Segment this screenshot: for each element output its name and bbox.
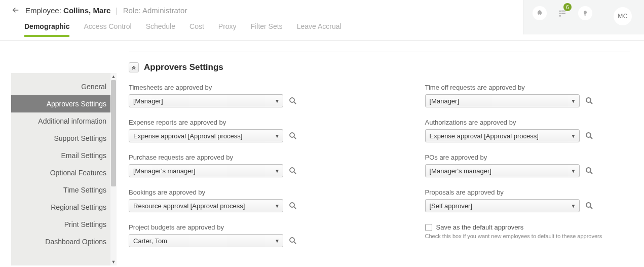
tab-demographic[interactable]: Demographic xyxy=(24,22,69,36)
chevron-down-icon: ▼ xyxy=(571,168,576,174)
authorizations-select[interactable]: Expense approval [Approval process] ▼ xyxy=(425,129,580,142)
chevron-down-icon: ▼ xyxy=(275,203,280,209)
tab-access-control[interactable]: Access Control xyxy=(84,22,131,36)
select-value: [Self approver] xyxy=(430,202,473,210)
tab-filter-sets[interactable]: Filter Sets xyxy=(251,22,283,36)
field-bookings: Bookings are approved by Resource approv… xyxy=(129,188,334,212)
tab-cost[interactable]: Cost xyxy=(190,22,204,36)
svg-point-6 xyxy=(290,98,294,102)
chevron-down-icon: ▼ xyxy=(571,98,576,104)
checkbox-label: Save as the default approvers xyxy=(436,223,524,231)
rocket-icon[interactable] xyxy=(533,6,547,20)
search-icon[interactable] xyxy=(585,201,594,210)
tasks-icon[interactable]: 6 xyxy=(557,6,568,20)
search-icon[interactable] xyxy=(585,166,594,175)
budgets-select[interactable]: Carter, Tom ▼ xyxy=(129,234,283,247)
field-purchase: Purchase requests are approved by [Manag… xyxy=(129,154,334,177)
select-value: Carter, Tom xyxy=(133,237,167,245)
svg-point-12 xyxy=(290,203,294,207)
bookings-select[interactable]: Resource approval [Approval process] ▼ xyxy=(129,199,283,212)
field-label: Time off requests are approved by xyxy=(425,84,630,91)
svg-point-11 xyxy=(586,168,591,172)
svg-point-9 xyxy=(586,133,591,137)
search-icon[interactable] xyxy=(288,166,297,175)
field-expense: Expense reports are approved by Expense … xyxy=(129,119,334,142)
back-arrow-icon[interactable] xyxy=(11,6,20,15)
sidebar-item-time-settings[interactable]: Time Settings xyxy=(11,181,117,199)
sidebar-scrollbar[interactable]: ▲ ▼ xyxy=(110,73,117,265)
top-right-icons: 6 MC xyxy=(523,0,644,34)
timesheets-select[interactable]: [Manager] ▼ xyxy=(129,94,283,107)
select-value: [Manager] xyxy=(133,97,163,105)
timeoff-select[interactable]: [Manager] ▼ xyxy=(425,94,580,107)
svg-rect-2 xyxy=(559,13,561,14)
chevron-down-icon: ▼ xyxy=(571,133,576,139)
avatar-section: MC xyxy=(601,0,644,34)
sidebar-item-optional-features[interactable]: Optional Features xyxy=(11,164,117,181)
select-value: [Manager's manager] xyxy=(133,167,195,175)
svg-rect-3 xyxy=(561,13,565,14)
icon-group: 6 xyxy=(523,0,601,34)
sidebar-item-general[interactable]: General xyxy=(11,78,117,95)
field-label: Proposals are approved by xyxy=(425,188,630,196)
sidebar-item-regional-settings[interactable]: Regional Settings xyxy=(11,199,117,216)
field-label: Project budgets are approved by xyxy=(129,223,334,231)
pos-select[interactable]: [Manager's manager] ▼ xyxy=(425,164,580,177)
default-approvers-block: Save as the default approvers Check this… xyxy=(425,223,630,247)
field-label: Expense reports are approved by xyxy=(129,119,334,126)
svg-rect-4 xyxy=(559,15,561,17)
search-icon[interactable] xyxy=(288,96,297,105)
field-label: Timesheets are approved by xyxy=(129,84,334,91)
svg-point-13 xyxy=(586,203,591,207)
chevron-down-icon: ▼ xyxy=(571,203,576,209)
field-timesheets: Timesheets are approved by [Manager] ▼ xyxy=(129,84,334,107)
collapse-icon[interactable] xyxy=(129,62,139,72)
field-budgets: Project budgets are approved by Carter, … xyxy=(129,223,334,247)
select-value: Expense approval [Approval process] xyxy=(430,132,539,140)
svg-point-7 xyxy=(586,98,591,102)
scroll-up-icon[interactable]: ▲ xyxy=(110,73,117,80)
svg-rect-1 xyxy=(561,11,565,12)
tab-proxy[interactable]: Proxy xyxy=(218,22,237,36)
sidebar-item-dashboard-options[interactable]: Dashboard Options xyxy=(11,233,117,250)
purchase-select[interactable]: [Manager's manager] ▼ xyxy=(129,164,283,177)
sidebar-item-email-settings[interactable]: Email Settings xyxy=(11,147,117,164)
employee-line: Employee: Collins, Marc | Role: Administ… xyxy=(25,6,187,15)
chevron-down-icon: ▼ xyxy=(275,168,280,174)
search-icon[interactable] xyxy=(585,131,594,140)
proposals-select[interactable]: [Self approver] ▼ xyxy=(425,199,580,212)
default-approvers-checkbox[interactable] xyxy=(425,224,432,231)
search-icon[interactable] xyxy=(288,131,297,140)
field-authorizations: Authorizations are approved by Expense a… xyxy=(425,119,630,142)
search-icon[interactable] xyxy=(585,96,594,105)
search-icon[interactable] xyxy=(288,236,297,245)
separator: | xyxy=(116,6,118,15)
sidebar-item-support-settings[interactable]: Support Settings xyxy=(11,130,117,147)
select-value: [Manager] xyxy=(430,97,460,105)
notification-badge: 6 xyxy=(563,3,572,11)
sidebar-item-additional-information[interactable]: Additional information xyxy=(11,112,117,130)
lightbulb-icon[interactable] xyxy=(578,6,592,20)
select-value: Expense approval [Approval process] xyxy=(133,132,242,140)
main-panel: Approvers Settings Timesheets are approv… xyxy=(117,41,644,267)
sidebar-item-print-settings[interactable]: Print Settings xyxy=(11,216,117,233)
chevron-down-icon: ▼ xyxy=(275,98,280,104)
tab-leave-accrual[interactable]: Leave Accrual xyxy=(297,22,342,36)
svg-point-10 xyxy=(290,168,294,172)
tab-schedule[interactable]: Schedule xyxy=(146,22,175,36)
sidebar-item-approvers-settings[interactable]: Approvers Settings xyxy=(11,95,117,112)
hint-text: Check this box if you want new employees… xyxy=(425,233,630,239)
header: Employee: Collins, Marc | Role: Administ… xyxy=(0,0,644,20)
employee-prefix: Employee: xyxy=(25,6,63,15)
scroll-down-icon[interactable]: ▼ xyxy=(110,258,117,265)
search-icon[interactable] xyxy=(288,201,297,210)
field-proposals: Proposals are approved by [Self approver… xyxy=(425,188,630,212)
select-value: Resource approval [Approval process] xyxy=(133,202,245,210)
chevron-down-icon: ▼ xyxy=(275,133,280,139)
avatar[interactable]: MC xyxy=(614,7,632,25)
svg-rect-0 xyxy=(559,11,561,12)
fields-grid: Timesheets are approved by [Manager] ▼ T… xyxy=(129,84,630,247)
svg-rect-5 xyxy=(585,15,586,16)
scroll-thumb[interactable] xyxy=(111,80,116,186)
expense-select[interactable]: Expense approval [Approval process] ▼ xyxy=(129,129,283,142)
